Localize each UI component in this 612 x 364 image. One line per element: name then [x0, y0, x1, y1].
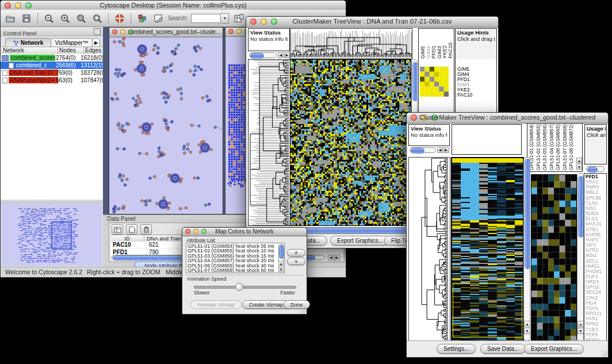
tv2-row-dendrogram[interactable] [408, 157, 450, 341]
attribute-list-item[interactable]: GPL51-02 (GSM855) heat shock 10 min [188, 248, 274, 253]
scroll-right-arrow[interactable]: ▶ [334, 255, 340, 260]
scroll-left-arrow[interactable]: ◀ [278, 52, 284, 58]
tv2-column-tree-area[interactable] [452, 124, 522, 155]
zoom-selected-icon[interactable] [75, 12, 87, 25]
edge-count: 16218(0) [81, 55, 104, 61]
tv1-heatmap[interactable] [290, 59, 411, 226]
minimize-button[interactable] [236, 29, 242, 34]
tv2-titlebar[interactable]: ClusterMaker TreeView : combined_scores_… [407, 113, 608, 124]
slower-label: Slower [194, 290, 210, 296]
scroll-up-arrow[interactable]: ▲ [577, 321, 584, 327]
scroll-down-arrow[interactable]: ▼ [577, 328, 584, 334]
attribute-select-icon[interactable] [112, 224, 123, 235]
tv2-button-bar: Settings...Save Data...Export Graphics..… [407, 340, 608, 357]
network-view[interactable] [109, 37, 221, 213]
scroll-down-arrow[interactable]: ▼ [524, 328, 530, 334]
attribute-list-item[interactable]: GPL51-07 (GSM868) heat shock 60 min [188, 268, 274, 273]
tv1-status-scrollbar[interactable] [249, 52, 277, 58]
open-session-icon[interactable] [4, 12, 17, 25]
delete-attribute-icon[interactable] [140, 224, 152, 235]
network-table-row[interactable]: DNA and Tran 07769(0)183728(0) [1, 69, 103, 76]
tv1-zoom-heatmap[interactable] [420, 67, 449, 97]
close-button[interactable] [228, 29, 234, 34]
search-input[interactable] [191, 14, 221, 23]
network-view-window: combined_scores_good.txt--cluste... [109, 27, 223, 214]
search-label: Search: [168, 15, 188, 21]
vizmapper-icon[interactable] [136, 12, 148, 25]
animation-speed-label: Animation Speed [187, 276, 227, 282]
status-right-click-hint: Right-click + drag to ZOOM [87, 269, 160, 275]
export-graphics-button[interactable]: Export Graphics... [524, 344, 584, 354]
scroll-up-arrow[interactable]: ▲ [524, 321, 530, 327]
scroll-up-arrow[interactable]: ▲ [576, 158, 582, 163]
scroll-left-arrow[interactable]: ◀ [328, 255, 334, 260]
close-button[interactable] [112, 29, 117, 35]
dialog-titlebar[interactable]: Map Colors to Network [182, 228, 307, 236]
tv1-column-dendrogram[interactable] [290, 28, 412, 59]
file-icon [2, 78, 7, 83]
tv2-column-labels: GPL51-01 (GSM854)GPL51-02 (GSM855)GPL51-… [527, 123, 583, 172]
tv2-zoom-heatmap[interactable] [531, 174, 577, 342]
minimize-button[interactable] [120, 29, 125, 35]
control-panel: Control Panel Network VizMapper™ ▶ Netwo… [1, 27, 104, 267]
annotation-icon[interactable] [152, 12, 165, 25]
animate-vizmap-button[interactable]: Animate Vizmap [190, 300, 242, 309]
create-vizmap-button[interactable]: Create Vizmap [242, 300, 290, 309]
zoom-in-icon[interactable] [59, 12, 71, 25]
move-up-button[interactable]: ∧ [287, 249, 305, 256]
tv2-title: ClusterMaker TreeView : combined_scores_… [407, 114, 608, 121]
search-dropdown-button[interactable]: ▼ [221, 13, 229, 24]
column-label: PFD1 [431, 45, 437, 59]
attribute-list-item[interactable]: GPL51-01 (GSM854) heat shock 05 min [188, 244, 274, 248]
zoom-fit-icon[interactable] [91, 12, 104, 25]
tv2-hints-scrollbar[interactable] [586, 166, 605, 172]
node-count: 2569(6) [56, 62, 80, 68]
tv2-gene-scrollbar[interactable]: ▲ ▼ [577, 173, 584, 341]
new-attribute-icon[interactable] [126, 224, 137, 235]
column-label: GPL51-07 (GSM868) [562, 124, 568, 170]
settings-button[interactable]: Settings... [437, 344, 476, 354]
tv1-row-dendrogram[interactable] [248, 59, 291, 226]
export-graphics-button[interactable]: Export Graphics... [330, 236, 390, 246]
tv2-vscrollbar[interactable]: ▲ ▼ [523, 157, 530, 341]
scroll-left-arrow[interactable]: ◀ [437, 147, 443, 153]
animation-speed-slider[interactable] [194, 286, 296, 289]
network-tree-empty-area[interactable] [1, 84, 103, 200]
network-table-row[interactable]: RNAPuberNov2+563(0)107847(0) [1, 76, 103, 84]
tv1-usage-hints: Usage HintsClick and drag to select [455, 28, 497, 60]
attribute-list[interactable]: GPL51-01 (GSM854) heat shock 05 minGPL51… [186, 243, 285, 273]
help-icon[interactable] [113, 12, 126, 25]
node-count: 769(0) [56, 70, 80, 76]
scroll-down-arrow[interactable]: ▼ [278, 267, 284, 272]
network-table-row[interactable]: combined_scores2764(0)16218(0) [1, 54, 103, 62]
zoom-out-icon[interactable] [43, 12, 55, 25]
scroll-right-arrow[interactable]: ▶ [443, 147, 449, 153]
column-label: GIM4 [426, 46, 431, 59]
toolbar-separator [108, 13, 109, 24]
faster-label: Faster [280, 290, 295, 296]
resize-grip[interactable] [601, 350, 607, 357]
resize-grip[interactable] [300, 307, 306, 313]
data-panel-label: Data Panel [107, 216, 135, 222]
birdseye-view[interactable] [1, 203, 102, 266]
tv1-titlebar[interactable]: ClusterMaker TreeView : DNA and Tran 07-… [246, 17, 498, 28]
slider-thumb[interactable] [235, 283, 243, 291]
attribute-list-item[interactable]: GPL51-04 (GSM857) heat shock 20 min [188, 258, 274, 263]
search-combo: ▼ [191, 13, 229, 24]
tv2-global-heatmap[interactable] [451, 157, 524, 342]
attribute-list-item[interactable]: GPL51-03 (GSM856) heat shock 15 min [188, 254, 274, 258]
float-panel-icon[interactable] [94, 28, 101, 35]
move-down-button[interactable]: ∨ [287, 258, 305, 265]
tv1-hscrollbar[interactable] [290, 227, 418, 233]
tv1-column-labels: GIM5GIM4PFD1GIM3YKE2PAC10 [418, 28, 454, 60]
scroll-up-arrow[interactable]: ▲ [278, 261, 284, 266]
save-data-button[interactable]: Save Data... [480, 344, 526, 354]
attribute-list-item[interactable]: GPL51-06 (GSM865) heat shock 40 min [188, 263, 274, 268]
scroll-down-arrow[interactable]: ▼ [576, 164, 582, 170]
gene-label[interactable]: PAC10 [457, 93, 472, 98]
scroll-right-arrow[interactable]: ▶ [284, 52, 290, 58]
table-import-icon[interactable] [232, 12, 245, 25]
save-session-icon[interactable] [20, 12, 33, 25]
network-table-row[interactable]: combined_sco2569(6)13112(15) [1, 62, 103, 69]
tv2-status-scrollbar[interactable] [410, 147, 436, 153]
